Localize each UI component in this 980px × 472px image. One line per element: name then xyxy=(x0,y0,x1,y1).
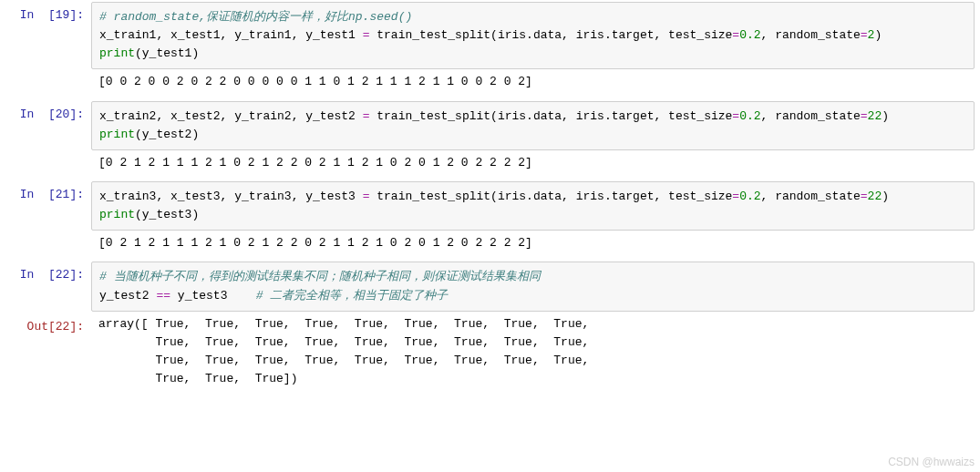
code-comment: # random_state,保证随机的内容一样，好比np.seed() xyxy=(99,10,412,24)
empty-prompt xyxy=(5,152,91,159)
in-prompt-19: In [19]: xyxy=(5,2,91,22)
code-text: (y_test2) xyxy=(135,128,199,141)
code-text: train_test_split(iris.data, iris.target,… xyxy=(369,190,732,203)
num: 22 xyxy=(868,109,882,123)
code-text: , random_state xyxy=(761,28,861,42)
code-text: y_test3 xyxy=(170,289,256,303)
code-text: y_test2 xyxy=(99,289,156,303)
stdout-20: [0 2 1 2 1 1 1 2 1 0 2 1 2 2 0 2 1 1 2 1… xyxy=(91,152,975,180)
cell-21-output: [0 2 1 2 1 1 1 2 1 0 2 1 2 2 0 2 1 1 2 1… xyxy=(5,232,975,260)
op: = xyxy=(732,28,739,42)
out-22: array([ True, True, True, True, True, Tr… xyxy=(91,313,975,396)
cell-22-output: Out[22]: array([ True, True, True, True,… xyxy=(5,313,975,396)
code-text: train_test_split(iris.data, iris.target,… xyxy=(369,109,732,123)
op: = xyxy=(732,190,739,203)
empty-prompt xyxy=(5,232,91,239)
code-text: (y_test1) xyxy=(135,46,199,60)
cell-20-output: [0 2 1 2 1 1 1 2 1 0 2 1 2 2 0 2 1 1 2 1… xyxy=(5,152,975,180)
out-prompt-22: Out[22]: xyxy=(5,313,91,333)
code-text: x_train3, x_test3, y_train3, y_test3 xyxy=(99,190,363,203)
code-text: ) xyxy=(882,190,889,203)
code-text: , random_state xyxy=(761,109,861,123)
num: 0.2 xyxy=(739,190,760,203)
notebook: In [19]: # random_state,保证随机的内容一样，好比np.s… xyxy=(0,0,980,401)
builtin: print xyxy=(99,128,135,141)
code-text: (y_test3) xyxy=(135,208,199,221)
op: == xyxy=(156,289,170,303)
code-text: , random_state xyxy=(761,190,861,203)
cell-20-input: In [20]: x_train2, x_test2, y_train2, y_… xyxy=(5,101,975,150)
code-text: ) xyxy=(882,109,889,123)
code-text: ) xyxy=(874,28,882,42)
code-22[interactable]: # 当随机种子不同，得到的测试结果集不同；随机种子相同，则保证测试结果集相同 y… xyxy=(91,262,975,311)
cell-22-input: In [22]: # 当随机种子不同，得到的测试结果集不同；随机种子相同，则保证… xyxy=(5,262,975,311)
op: = xyxy=(861,190,868,203)
code-comment: # 当随机种子不同，得到的测试结果集不同；随机种子相同，则保证测试结果集相同 xyxy=(99,270,541,283)
op: = xyxy=(861,28,868,42)
code-text: x_train1, x_test1, y_train1, y_test1 xyxy=(99,28,363,42)
num: 22 xyxy=(868,190,882,203)
cell-21-input: In [21]: x_train3, x_test3, y_train3, y_… xyxy=(5,181,975,231)
code-20[interactable]: x_train2, x_test2, y_train2, y_test2 = t… xyxy=(91,101,975,150)
cell-19-input: In [19]: # random_state,保证随机的内容一样，好比np.s… xyxy=(5,2,975,69)
op: = xyxy=(732,109,739,123)
in-prompt-21: In [21]: xyxy=(5,181,91,201)
in-prompt-20: In [20]: xyxy=(5,101,91,121)
op: = xyxy=(861,109,868,123)
stdout-21: [0 2 1 2 1 1 1 2 1 0 2 1 2 2 0 2 1 1 2 1… xyxy=(91,232,975,260)
cell-19-output: [0 0 2 0 0 2 0 2 2 0 0 0 0 0 1 1 0 1 2 1… xyxy=(5,71,975,98)
code-text: train_test_split(iris.data, iris.target,… xyxy=(369,28,732,42)
num: 0.2 xyxy=(739,109,760,123)
code-21[interactable]: x_train3, x_test3, y_train3, y_test3 = t… xyxy=(91,181,975,231)
builtin: print xyxy=(99,208,135,221)
code-text: x_train2, x_test2, y_train2, y_test2 xyxy=(99,109,363,123)
in-prompt-22: In [22]: xyxy=(5,262,91,282)
code-19[interactable]: # random_state,保证随机的内容一样，好比np.seed() x_t… xyxy=(91,2,975,69)
stdout-19: [0 0 2 0 0 2 0 2 2 0 0 0 0 0 1 1 0 1 2 1… xyxy=(91,71,975,98)
code-comment: # 二者完全相等，相当于固定了种子 xyxy=(256,289,449,303)
builtin: print xyxy=(99,46,135,60)
num: 0.2 xyxy=(739,28,760,42)
empty-prompt xyxy=(5,71,91,77)
